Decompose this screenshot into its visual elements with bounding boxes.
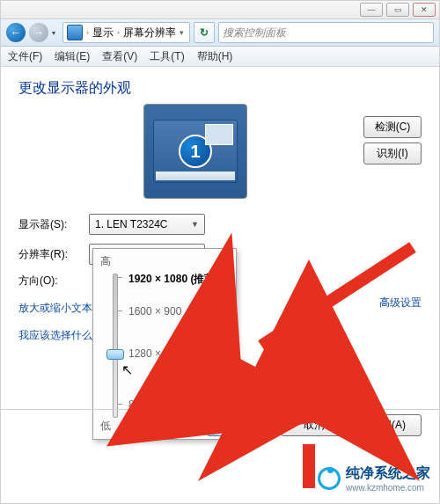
window-preview-icon [205, 124, 233, 145]
chevron-right-icon: › [115, 28, 121, 37]
close-button[interactable]: ✕ [413, 3, 436, 17]
chevron-down-icon[interactable]: ▾ [178, 28, 186, 37]
nav-history-dropdown[interactable]: ▾ [52, 29, 59, 37]
taskbar-preview-icon [156, 172, 235, 180]
menu-tools[interactable]: 工具(T) [150, 49, 184, 64]
display-select[interactable]: 1. LEN T2324C ▼ [89, 214, 205, 235]
chevron-right-icon: › [84, 28, 91, 37]
display-label: 显示器(S): [18, 217, 80, 232]
maximize-icon: ▭ [394, 5, 402, 14]
apply-button[interactable]: 应用(A) [355, 414, 422, 436]
breadcrumb[interactable]: › 显示 › 屏幕分辨率 ▾ [62, 22, 190, 43]
minimize-button[interactable]: — [360, 3, 383, 17]
search-placeholder: 搜索控制面板 [223, 26, 286, 40]
res-option-1920x1080[interactable]: 1920 × 1080 (推荐) [128, 272, 218, 287]
display-select-value: 1. LEN T2324C [95, 218, 168, 230]
minimize-icon: — [368, 5, 376, 14]
menu-help[interactable]: 帮助(H) [197, 49, 233, 64]
res-option-1600x900[interactable]: 1600 × 900 [128, 305, 181, 318]
slider-tick [118, 404, 122, 405]
resolution-slider-track[interactable] [113, 274, 118, 418]
resolution-slider-thumb[interactable] [106, 349, 124, 360]
refresh-button[interactable]: ↻ [194, 22, 215, 43]
watermark-url: www.kzmhome.com [346, 483, 430, 493]
text-size-link[interactable]: 放大或缩小文本 [18, 301, 92, 316]
menu-edit[interactable]: 编辑(E) [55, 49, 90, 64]
resolution-label: 分辨率(R): [18, 247, 80, 262]
detect-button[interactable]: 检测(C) [363, 116, 422, 138]
orientation-label: 方向(O): [18, 274, 80, 289]
close-icon: ✕ [421, 5, 428, 14]
advanced-settings-link[interactable]: 高级设置 [379, 296, 422, 310]
nav-forward-button[interactable]: → [29, 23, 48, 42]
breadcrumb-display[interactable]: 显示 [92, 26, 114, 40]
breadcrumb-resolution[interactable]: 屏幕分辨率 [123, 26, 176, 40]
watermark-name: 纯净系统之家 [346, 464, 430, 483]
page-title: 更改显示器的外观 [18, 79, 422, 98]
chevron-down-icon: ▼ [191, 220, 199, 229]
back-arrow-icon: ← [11, 26, 21, 39]
slider-tick [118, 310, 122, 311]
identify-button[interactable]: 识别(I) [363, 142, 422, 164]
monitor-thumbnail[interactable]: 1 [153, 120, 238, 183]
slider-tick [118, 277, 122, 278]
nav-back-button[interactable]: ← [6, 23, 26, 42]
maximize-button[interactable]: ▭ [386, 3, 409, 17]
ok-button[interactable]: 确定 [207, 414, 274, 436]
watermark: 纯净系统之家 www.kzmhome.com [318, 464, 430, 493]
res-option-1280x1024[interactable]: 1280 × 1024 [128, 347, 187, 360]
watermark-logo-icon [318, 467, 341, 490]
menu-view[interactable]: 查看(V) [102, 49, 137, 64]
control-panel-icon [67, 25, 83, 40]
slider-high-label: 高 [100, 254, 229, 269]
refresh-icon: ↻ [200, 26, 209, 39]
which-settings-link[interactable]: 我应该选择什么 [18, 328, 92, 343]
display-preview[interactable]: 1 [143, 104, 247, 199]
mouse-cursor-icon: ↖ [121, 362, 133, 378]
menu-file[interactable]: 文件(F) [8, 49, 42, 64]
search-input[interactable]: 搜索控制面板 [218, 22, 434, 43]
cancel-button[interactable]: 取消 [281, 414, 348, 436]
forward-arrow-icon: → [33, 26, 44, 39]
